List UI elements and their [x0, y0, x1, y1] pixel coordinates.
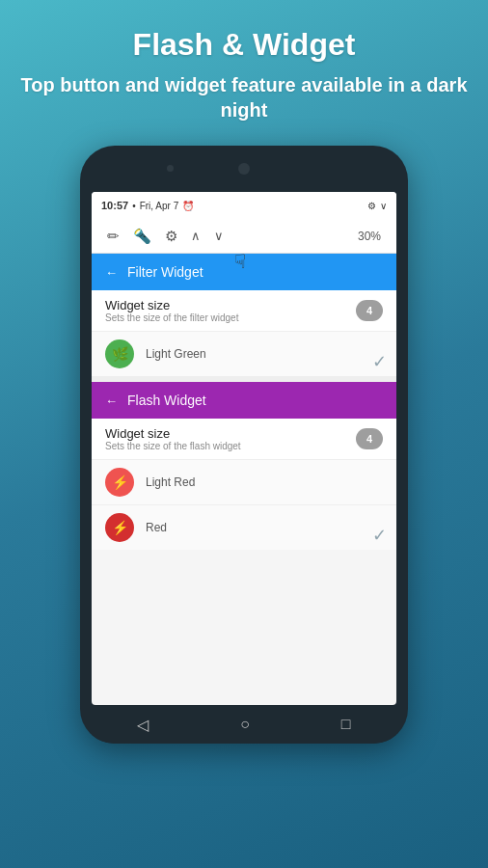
- filter-color-circle: 🌿: [105, 339, 134, 368]
- notif-bar: ✏ 🔦 ⚙ ∧ ∨ 30%: [92, 219, 396, 254]
- filter-widget-size-row: Widget size Sets the size of the filter …: [92, 290, 396, 331]
- flash-widget-title: Flash Widget: [127, 393, 206, 408]
- filter-color-label: Light Green: [146, 347, 206, 361]
- flash-color-label-2: Red: [146, 521, 167, 534]
- filter-widget-back-arrow[interactable]: ←: [105, 265, 118, 280]
- flash-color-icon-1: ⚡: [112, 475, 128, 490]
- date-display: Fri, Apr 7: [140, 201, 179, 211]
- sub-title: Top button and widget feature available …: [19, 72, 469, 122]
- flash-checkmark-icon: ✓: [372, 525, 387, 546]
- nav-home-button[interactable]: ○: [240, 716, 250, 733]
- flash-widget-size-label: Widget size: [105, 426, 241, 441]
- flash-color-row-2[interactable]: ⚡ Red ✓: [92, 504, 396, 550]
- filter-checkmark-icon: ✓: [372, 351, 387, 372]
- flash-widget-size-badge[interactable]: 4: [356, 428, 383, 449]
- phone-nav-bar: ◁ ○ □: [92, 705, 396, 744]
- phone-body: 10:57 • Fri, Apr 7 ⏰ ⚙ ∨ ☟ ✏ 🔦 ⚙ ∧: [80, 146, 408, 744]
- flash-color-circle-1: ⚡: [105, 468, 134, 497]
- filter-widget-size-label: Widget size: [105, 298, 238, 312]
- flashlight-icon[interactable]: 🔦: [133, 228, 151, 245]
- chevron-down-icon[interactable]: ∨: [214, 229, 224, 243]
- notif-icons: ✏ 🔦 ⚙ ∧ ∨: [107, 228, 224, 245]
- pencil-icon[interactable]: ✏: [107, 228, 120, 245]
- status-bar: 10:57 • Fri, Apr 7 ⏰ ⚙ ∨: [92, 192, 396, 219]
- time-display: 10:57: [101, 200, 128, 211]
- battery-percent: 30%: [358, 230, 381, 243]
- phone-wrapper: 10:57 • Fri, Apr 7 ⏰ ⚙ ∨ ☟ ✏ 🔦 ⚙ ∧: [80, 146, 408, 744]
- filter-color-icon: 🌿: [112, 346, 128, 362]
- nav-back-button[interactable]: ◁: [137, 716, 149, 734]
- flash-widget-header[interactable]: ← Flash Widget: [92, 382, 396, 419]
- main-title: Flash & Widget: [19, 27, 469, 63]
- status-right: ⚙ ∨: [367, 201, 387, 211]
- flash-color-circle-2: ⚡: [105, 513, 134, 542]
- filter-widget-size-labels: Widget size Sets the size of the filter …: [105, 298, 238, 323]
- chevron-up-icon[interactable]: ∧: [191, 229, 201, 243]
- settings-status-icon: ⚙: [367, 201, 376, 211]
- nav-recents-button[interactable]: □: [341, 716, 351, 733]
- filter-color-row[interactable]: 🌿 Light Green ✓: [92, 331, 396, 376]
- dot-separator: •: [132, 201, 136, 211]
- filter-widget-header[interactable]: ← Filter Widget: [92, 254, 396, 290]
- flash-color-label-1: Light Red: [146, 475, 195, 489]
- flash-widget-size-labels: Widget size Sets the size of the flash w…: [105, 426, 241, 451]
- settings-icon[interactable]: ⚙: [165, 228, 177, 245]
- flash-widget-size-sub: Sets the size of the flash widget: [105, 441, 241, 451]
- status-left: 10:57 • Fri, Apr 7 ⏰: [101, 200, 194, 211]
- flash-color-row-1[interactable]: ⚡ Light Red: [92, 459, 396, 504]
- header-section: Flash & Widget Top button and widget fea…: [0, 0, 488, 138]
- filter-widget-title: Filter Widget: [127, 264, 203, 280]
- phone-speaker: [238, 163, 250, 175]
- filter-widget-size-badge[interactable]: 4: [356, 300, 383, 321]
- phone-camera: [167, 165, 174, 172]
- chevron-down-status-icon: ∨: [380, 201, 387, 211]
- phone-screen: 10:57 • Fri, Apr 7 ⏰ ⚙ ∨ ☟ ✏ 🔦 ⚙ ∧: [92, 192, 396, 705]
- flash-widget-back-arrow[interactable]: ←: [105, 393, 118, 408]
- filter-widget-size-sub: Sets the size of the filter widget: [105, 312, 238, 323]
- flash-widget-size-row: Widget size Sets the size of the flash w…: [92, 419, 396, 459]
- flash-color-icon-2: ⚡: [112, 520, 128, 535]
- alarm-icon: ⏰: [182, 201, 194, 211]
